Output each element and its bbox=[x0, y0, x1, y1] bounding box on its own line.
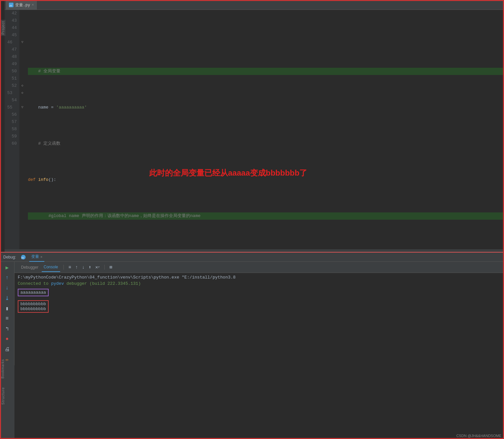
rerun-button[interactable]: ≡ bbox=[67, 264, 72, 271]
debug-tab-bar: Debug: py 变量 × bbox=[0, 253, 504, 262]
code-line-42 bbox=[28, 32, 504, 39]
debugger-tab[interactable]: Debugger bbox=[19, 263, 40, 272]
down-button[interactable]: ↓ bbox=[80, 264, 86, 271]
x-button[interactable]: ✕f bbox=[94, 264, 101, 271]
console-tab[interactable]: Console bbox=[42, 263, 60, 272]
svg-text:py: py bbox=[21, 256, 24, 259]
code-line-47: #global name 声明的作用：该函数中的name，始终是在操作全局变量的… bbox=[28, 212, 504, 220]
arrow-up-button[interactable]: ⬆ bbox=[87, 264, 93, 271]
terminate-button[interactable]: ● bbox=[2, 334, 12, 344]
grid-button[interactable]: ⊞ bbox=[108, 264, 113, 271]
tab-filename: 变量.py bbox=[15, 2, 30, 8]
stop-button[interactable]: ▮ bbox=[2, 304, 12, 313]
output-aaaa: aaaaaaaaaa bbox=[18, 289, 49, 296]
debug-toolbar-tabs: Debugger Console | ≡ ↑ ↓ ⬆ ✕f | ⊞ bbox=[19, 263, 113, 272]
debug-python-icon: py bbox=[21, 255, 26, 260]
border-left bbox=[0, 0, 1, 439]
debug-label: Debug: bbox=[1, 255, 18, 259]
code-44: name = 'aaaaaaaaaa' bbox=[28, 104, 87, 111]
editor-area: 42 43 44 45 46 47 48 49 50 51 52 53 54 5… bbox=[5, 10, 504, 250]
main-window: Project Structure py 变量.py × ⚠ 42 43 44 … bbox=[0, 0, 504, 439]
debug-panel: Debug: py 变量 × ▶ ↑ ↓ ⤓ ▮ ≡ ↰ ● bbox=[0, 252, 504, 439]
code-line-44: name = 'aaaaaaaaaa' bbox=[28, 104, 504, 111]
debug-content: F:\myPythonCode\CrazyPython\04_function\… bbox=[14, 273, 504, 439]
file-tab[interactable]: py 变量.py × bbox=[6, 0, 37, 10]
border-top bbox=[0, 0, 504, 1]
output-bbbb-2: bbbbbbbbbb bbox=[20, 306, 46, 311]
print-icon[interactable]: 🖨 bbox=[2, 345, 12, 354]
mute-button[interactable]: ≡ bbox=[2, 314, 12, 323]
editor-tab-bar: py 变量.py × bbox=[5, 0, 504, 10]
resume-button[interactable]: ▶ bbox=[2, 263, 12, 272]
comment-45: # 定义函数 bbox=[28, 140, 60, 147]
debug-tab-name: 变量 bbox=[31, 254, 39, 259]
output-bbbb-box: bbbbbbbbbb bbbbbbbbbb bbox=[18, 300, 49, 313]
debug-tab-filename[interactable]: 变量 × bbox=[29, 253, 44, 262]
sep2: | bbox=[103, 264, 106, 270]
settings-button[interactable]: ↰ bbox=[2, 324, 12, 333]
kw-def-46: def bbox=[28, 176, 38, 183]
pydev-text: pydev bbox=[51, 281, 64, 286]
step-over-down-button[interactable]: ↓ bbox=[2, 283, 12, 293]
debug-side-controls: ▶ ↑ ↓ ⤓ ▮ ≡ ↰ ● 🖨 ✏ bbox=[0, 262, 14, 365]
sep1: | bbox=[62, 264, 65, 270]
watermark: CSDN @JH&&HANDSOME bbox=[456, 434, 501, 438]
step-into-button[interactable]: ⤓ bbox=[2, 294, 12, 303]
debug-path: F:\myPythonCode\CrazyPython\04_function\… bbox=[18, 275, 501, 280]
fold-indicators: ▽ ◇ ◇ ▽ bbox=[19, 10, 25, 250]
annotation-text: 此时的全局变量已经从aaaaa变成bbbbbbb了 bbox=[149, 168, 307, 178]
code-content: # 全局变量 name = 'aaaaaaaaaa' # 定义函数 def in… bbox=[25, 10, 504, 250]
debug-toolbar: ▶ ↑ ↓ ⤓ ▮ ≡ ↰ ● 🖨 ✏ Debugger Console | ≡ bbox=[0, 262, 504, 273]
debug-connected-rest: debugger (build 222.3345.131) bbox=[64, 281, 141, 286]
debug-tab-close[interactable]: × bbox=[40, 255, 42, 259]
code-line-45: # 定义函数 bbox=[28, 140, 504, 147]
output-line-1: aaaaaaaaaa bbox=[18, 289, 501, 298]
tab-close-icon[interactable]: × bbox=[32, 3, 34, 7]
code-line-43: # 全局变量 bbox=[28, 68, 504, 75]
step-over-up-button[interactable]: ↑ bbox=[2, 273, 12, 282]
up-button[interactable]: ↑ bbox=[74, 264, 79, 271]
code-editor: 42 43 44 45 46 47 48 49 50 51 52 53 54 5… bbox=[5, 10, 504, 250]
output-bbbb-1: bbbbbbbbbb bbox=[20, 302, 46, 306]
editor-scrollbar-h[interactable] bbox=[5, 249, 504, 252]
line-numbers: 42 43 44 45 46 47 48 49 50 51 52 53 54 5… bbox=[5, 10, 19, 250]
comment-47: #global name 声明的作用：该函数中的name，始终是在操作全局变量的… bbox=[28, 212, 200, 220]
comment-43: # 全局变量 bbox=[28, 68, 60, 75]
debug-connected: Connected to pydev debugger (build 222.3… bbox=[18, 281, 501, 286]
paren-46: (): bbox=[48, 176, 56, 183]
fn-info-46: info bbox=[38, 176, 48, 183]
svg-text:py: py bbox=[10, 4, 12, 7]
python-file-icon: py bbox=[9, 3, 13, 7]
